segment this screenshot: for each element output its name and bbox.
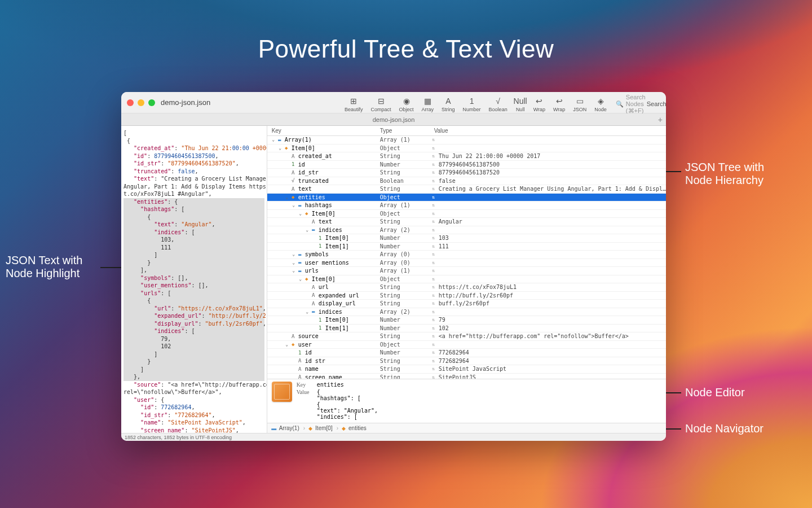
disclosure-icon[interactable]: ⌄ <box>271 137 276 142</box>
disclosure-icon[interactable]: ⌄ <box>291 260 297 265</box>
type-stepper[interactable]: ⇅ <box>431 154 436 159</box>
disclosure-icon[interactable]: ⌄ <box>304 309 310 314</box>
zoom-window-button[interactable] <box>148 99 155 106</box>
type-stepper[interactable]: ⇅ <box>431 334 436 339</box>
tree-row[interactable]: ⌄◆userObject⇅ <box>267 341 666 349</box>
tree-row[interactable]: AsourceString⇅<a href="http://bufferapp.… <box>267 332 666 341</box>
node-value-field[interactable]: { "hashtags": [ { "text": "Angular", "in… <box>317 389 661 420</box>
tree-row[interactable]: 1idNumber⇅877994604561387500 <box>267 161 666 169</box>
type-stepper[interactable]: ⇅ <box>431 162 436 167</box>
type-stepper[interactable]: ⇅ <box>431 146 436 151</box>
tree-row[interactable]: ⌄◆Item[0]Object⇅ <box>267 275 666 284</box>
breadcrumb-item[interactable]: ◆entities <box>340 425 367 432</box>
tree-row[interactable]: Acreated_atString⇅Thu Jun 22 21:00:00 +0… <box>267 152 666 161</box>
disclosure-icon[interactable]: ⌄ <box>291 203 297 208</box>
tree-row[interactable]: Adisplay_urlString⇅buff.ly/2sr60pf <box>267 300 666 308</box>
tree-row[interactable]: AtextString⇅Creating a Grocery List Mana… <box>267 185 666 194</box>
type-stepper[interactable]: ⇅ <box>431 358 436 364</box>
disclosure-icon[interactable]: ⌄ <box>291 268 297 273</box>
toolbar-wrap-button[interactable]: ↩Wrap <box>530 96 549 112</box>
type-stepper[interactable]: ⇅ <box>431 137 436 142</box>
type-stepper[interactable]: ⇅ <box>431 244 436 249</box>
tree-row[interactable]: Aid_strString⇅877994604561387520 <box>267 169 666 177</box>
toolbar-string-button[interactable]: AString <box>438 96 458 112</box>
search-button[interactable]: Search <box>647 100 666 107</box>
col-key[interactable]: Key <box>267 128 380 134</box>
disclosure-icon[interactable]: ⌄ <box>291 252 297 257</box>
tree-row[interactable]: Ascreen_nameString⇅SitePointJS <box>267 374 666 379</box>
col-type[interactable]: Type <box>380 128 431 134</box>
toolbar-node-button[interactable]: ◈Node <box>591 96 610 112</box>
type-stepper[interactable]: ⇅ <box>431 317 436 322</box>
type-stepper[interactable]: ⇅ <box>431 178 436 183</box>
toolbar-number-button[interactable]: 1Number <box>460 96 484 112</box>
tree-row[interactable]: 1Item[1]Number⇅111 <box>267 243 666 251</box>
toolbar-beautify-button[interactable]: ⊞Beautify <box>341 96 367 112</box>
type-stepper[interactable]: ⇅ <box>431 301 436 306</box>
tree-row[interactable]: ⌄▬symbolsArray (0)⇅ <box>267 251 666 259</box>
type-stepper[interactable]: ⇅ <box>431 203 436 208</box>
breadcrumb-item[interactable]: ▬Array(1) <box>271 425 299 432</box>
type-stepper[interactable]: ⇅ <box>431 268 436 273</box>
json-text-content[interactable]: [ { "created_at": "Thu Jun 22 21:00:00 +… <box>121 126 267 433</box>
add-tab-button[interactable]: + <box>658 115 663 124</box>
toolbar-object-button[interactable]: ◉Object <box>396 96 417 112</box>
tree-row[interactable]: ⌄▬Array(1)Array (1)⇅ <box>267 136 666 144</box>
toolbar-boolean-button[interactable]: √Boolean <box>486 96 511 112</box>
type-stepper[interactable]: ⇅ <box>431 211 436 216</box>
tree-row[interactable]: √truncatedBoolean⇅false <box>267 177 666 186</box>
tree-row[interactable]: ⌄◆Item[0]Object⇅ <box>267 210 666 218</box>
type-stepper[interactable]: ⇅ <box>431 260 436 265</box>
search-input[interactable]: 🔍Search Nodes (⌘+F) <box>616 94 646 115</box>
tree-row[interactable]: 1idNumber⇅772682964 <box>267 349 666 357</box>
tree-row[interactable]: ⌄◆entitiesObject⇅ <box>267 194 666 202</box>
tree-row[interactable]: ⌄▬urlsArray (1)⇅ <box>267 267 666 275</box>
type-stepper[interactable]: ⇅ <box>431 366 436 371</box>
tree-row[interactable]: 1Item[0]Number⇅103 <box>267 234 666 243</box>
document-tab[interactable]: demo-json.json <box>363 113 425 125</box>
type-stepper[interactable]: ⇅ <box>431 195 436 200</box>
disclosure-icon[interactable]: ⌄ <box>304 227 310 233</box>
type-stepper[interactable]: ⇅ <box>431 309 436 314</box>
type-stepper[interactable]: ⇅ <box>431 342 436 347</box>
json-text-pane[interactable]: [ { "created_at": "Thu Jun 22 21:00:00 +… <box>121 126 267 433</box>
toolbar-null-button[interactable]: NullNull <box>512 96 529 112</box>
tree-row[interactable]: AtextString⇅Angular <box>267 218 666 226</box>
minimize-window-button[interactable] <box>138 99 144 106</box>
tree-row[interactable]: ⌄◆Item[0]Object⇅ <box>267 144 666 153</box>
tree-row[interactable]: 1Item[1]Number⇅102 <box>267 325 666 333</box>
type-stepper[interactable]: ⇅ <box>431 350 436 355</box>
tree-row[interactable]: AnameString⇅SitePoint JavaScript <box>267 365 666 374</box>
tree-row[interactable]: ⌄▬indicesArray (2)⇅ <box>267 308 666 317</box>
type-stepper[interactable]: ⇅ <box>431 284 436 290</box>
disclosure-icon[interactable]: ⌄ <box>298 277 303 282</box>
tree-row[interactable]: Aexpanded_urlString⇅http://buff.ly/2sr60… <box>267 292 666 300</box>
type-stepper[interactable]: ⇅ <box>431 293 436 298</box>
type-stepper[interactable]: ⇅ <box>431 375 436 379</box>
toolbar-wrap-button[interactable]: ↩Wrap <box>550 96 568 112</box>
tree-body[interactable]: ⌄▬Array(1)Array (1)⇅⌄◆Item[0]Object⇅Acre… <box>267 136 666 379</box>
type-stepper[interactable]: ⇅ <box>431 235 436 240</box>
tree-row[interactable]: ⌄▬hashtagsArray (1)⇅ <box>267 202 666 210</box>
disclosure-icon[interactable]: ⌄ <box>298 211 303 216</box>
type-stepper[interactable]: ⇅ <box>431 170 436 175</box>
type-stepper[interactable]: ⇅ <box>431 252 436 257</box>
breadcrumb-item[interactable]: ◆Item[0] <box>307 425 333 432</box>
toolbar-compact-button[interactable]: ⊟Compact <box>368 96 395 112</box>
tree-row[interactable]: ⌄▬user_mentionsArray (0)⇅ <box>267 259 666 268</box>
type-stepper[interactable]: ⇅ <box>431 219 436 224</box>
tree-row[interactable]: 1Item[0]Number⇅79 <box>267 316 666 325</box>
disclosure-icon[interactable]: ⌄ <box>284 342 290 347</box>
toolbar-array-button[interactable]: ▦Array <box>418 96 438 112</box>
node-key-value[interactable]: entities <box>317 382 661 388</box>
disclosure-icon[interactable]: ⌄ <box>277 146 283 151</box>
disclosure-icon[interactable]: ⌄ <box>284 195 290 200</box>
tree-row[interactable]: Aid_strString⇅772682964 <box>267 357 666 366</box>
toolbar-json-button[interactable]: ▭JSON <box>570 96 590 112</box>
tree-row[interactable]: AurlString⇅https://t.co/xFox78juL1 <box>267 283 666 292</box>
type-stepper[interactable]: ⇅ <box>431 326 436 331</box>
tree-row[interactable]: ⌄▬indicesArray (2)⇅ <box>267 226 666 235</box>
type-stepper[interactable]: ⇅ <box>431 186 436 191</box>
col-value[interactable]: Value <box>431 128 666 134</box>
type-stepper[interactable]: ⇅ <box>431 277 436 282</box>
